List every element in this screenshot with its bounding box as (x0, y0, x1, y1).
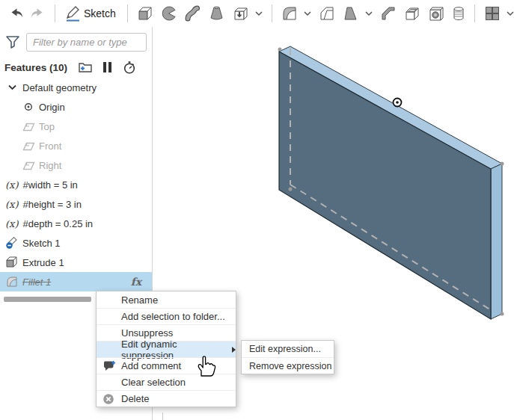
chevron-down-icon (304, 10, 311, 16)
fx-badge[interactable]: fx (131, 276, 141, 288)
menu-item-label: Unsuppress (121, 327, 173, 339)
shell-button[interactable] (400, 3, 424, 24)
dynamic-suppression-submenu: Edit expression... Remove expression (241, 340, 334, 374)
tree-item-top-plane[interactable]: Top (0, 117, 152, 136)
pattern-dropdown[interactable] (504, 3, 514, 24)
hole-icon (427, 4, 445, 22)
add-folder-button[interactable] (77, 61, 93, 74)
fillet-button[interactable] (278, 3, 302, 24)
thread-icon (451, 4, 466, 22)
rib-icon (379, 4, 397, 22)
thicken-icon (232, 4, 250, 22)
chevron-down-icon[interactable] (5, 84, 19, 90)
menu-item-label: Add comment (121, 360, 181, 371)
loft-button[interactable] (205, 3, 229, 24)
variable-label: #width = 5 in (22, 179, 77, 191)
sketch-button-label: Sketch (84, 7, 116, 19)
add-comment-icon (103, 360, 116, 374)
submenu-item-remove-expression[interactable]: Remove expression (242, 357, 334, 374)
tree-group-label: Default geometry (22, 82, 97, 93)
add-folder-icon (77, 61, 93, 74)
thicken-button[interactable] (229, 3, 253, 24)
fillet-dropdown[interactable] (301, 3, 314, 24)
menu-item-label: Clear selection (121, 377, 186, 388)
sketch-feature-icon (5, 236, 19, 250)
tree-item-front-plane[interactable]: Front (0, 136, 152, 155)
variable-height[interactable]: (x) #height = 3 in (0, 194, 152, 214)
tree-item-origin[interactable]: Origin (0, 97, 152, 117)
sketch-button[interactable]: Sketch (61, 3, 122, 24)
chevron-down-icon (255, 10, 263, 16)
rib-button[interactable] (376, 3, 400, 24)
extrude-feature-icon (5, 256, 19, 269)
menu-item-label: Remove expression (249, 361, 331, 371)
chamfer-button[interactable] (315, 3, 339, 24)
extrude-icon (136, 4, 154, 22)
menu-item-add-selection-to-folder[interactable]: Add selection to folder... (97, 308, 236, 324)
toolbar-separator (474, 4, 475, 22)
plane-icon (22, 140, 35, 152)
features-header: Features (10) (0, 57, 152, 78)
filter-funnel-icon[interactable] (4, 34, 21, 50)
stopwatch-icon (122, 60, 137, 75)
sweep-button[interactable] (181, 3, 205, 24)
menu-item-label: Delete (121, 393, 150, 404)
horizontal-scrollbar[interactable] (4, 297, 91, 302)
revolve-button[interactable] (157, 3, 181, 24)
tree-item-label: Top (39, 121, 55, 132)
filter-row (0, 27, 152, 57)
draft-dropdown[interactable] (362, 3, 376, 24)
variable-label: #depth = 0.25 in (22, 218, 93, 229)
undo-icon (7, 5, 24, 22)
feature-label: Extrude 1 (22, 257, 64, 268)
hole-button[interactable] (424, 3, 448, 24)
tree-group-default-geometry[interactable]: Default geometry (0, 78, 152, 97)
menu-item-rename[interactable]: Rename (97, 291, 236, 308)
linear-pattern-icon (483, 4, 501, 22)
redo-button[interactable] (27, 3, 49, 24)
plane-icon (22, 121, 35, 132)
delete-icon (103, 393, 114, 407)
chevron-down-icon (365, 10, 373, 16)
feature-toolbar: Sketch (0, 0, 514, 27)
thread-button[interactable] (448, 3, 469, 24)
menu-item-label: Edit expression... (249, 344, 321, 354)
submenu-item-edit-expression[interactable]: Edit expression... (242, 341, 334, 357)
feature-fillet1[interactable]: Fillet 1 fx (0, 272, 152, 291)
suspend-rebuild-button[interactable] (103, 61, 112, 73)
context-menu: Rename Add selection to folder... Unsupp… (96, 291, 236, 407)
menu-item-label: Rename (121, 294, 158, 306)
chamfer-icon (318, 4, 336, 22)
pattern-button[interactable] (480, 3, 504, 24)
variable-depth[interactable]: (x) #depth = 0.25 in (0, 214, 152, 233)
filter-input[interactable] (26, 33, 147, 52)
chevron-down-icon (507, 10, 514, 16)
graphics-canvas[interactable] (254, 37, 514, 333)
undo-button[interactable] (4, 3, 27, 24)
submenu-arrow-icon (232, 347, 236, 353)
model-part[interactable] (278, 46, 504, 319)
feature-label: Fillet 1 (22, 277, 51, 288)
toolbar-separator (55, 4, 55, 22)
feature-extrude1[interactable]: Extrude 1 (0, 253, 152, 272)
shell-icon (403, 4, 421, 22)
tree-item-label: Origin (39, 102, 65, 113)
thicken-dropdown[interactable] (252, 3, 266, 24)
origin-marker-icon[interactable] (394, 99, 402, 107)
panel-border-stub (162, 413, 163, 420)
draft-button[interactable] (339, 3, 363, 24)
menu-item-label: Add selection to folder... (121, 311, 225, 322)
variable-icon: (x) (5, 179, 18, 191)
tree-item-label: Front (39, 140, 61, 152)
tree-item-right-plane[interactable]: Right (0, 155, 152, 175)
rebuild-time-button[interactable] (122, 60, 137, 75)
sweep-icon (184, 4, 202, 22)
toolbar-separator (127, 4, 128, 22)
variable-width[interactable]: (x) #width = 5 in (0, 175, 152, 194)
fillet-feature-icon (5, 275, 19, 288)
toolbar-separator (272, 4, 272, 22)
sketch-pencil-icon (64, 4, 82, 22)
extrude-button[interactable] (133, 3, 157, 24)
feature-sketch1[interactable]: Sketch 1 (0, 233, 152, 253)
menu-item-delete[interactable]: Delete (97, 390, 236, 407)
